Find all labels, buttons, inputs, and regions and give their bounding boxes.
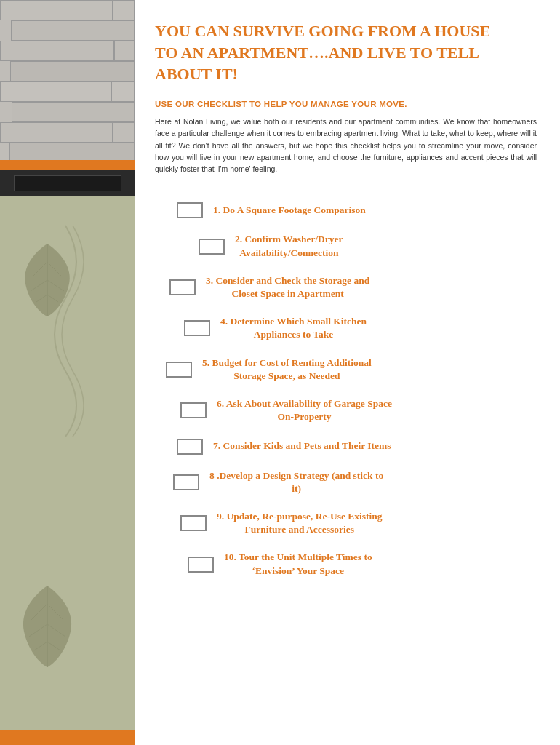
sidebar-brick	[0, 0, 135, 160]
checklist-item-10: 10. Tour the Unit Multiple Times to‘Envi…	[155, 543, 537, 584]
checklist-label-5: 5. Budget for Cost of Renting Additional…	[202, 356, 372, 383]
checklist-label-4: 4. Determine Which Small KitchenApplianc…	[220, 315, 367, 341]
checklist-item-4: 4. Determine Which Small KitchenApplianc…	[155, 308, 537, 348]
main-content: You Can Survive Going From a House to an…	[135, 0, 560, 745]
leaf-bottom	[11, 582, 84, 672]
checklist-item-1: 1. Do A Square Footage Comparison	[155, 195, 537, 226]
checkbox-8[interactable]	[173, 474, 199, 490]
page-title: You Can Survive Going From a House to an…	[155, 20, 537, 85]
checkbox-5[interactable]	[166, 362, 192, 378]
checklist-label-2: 2. Confirm Washer/DryerAvailability/Conn…	[235, 233, 343, 259]
checklist-item-8: 8 .Develop a Design Strategy (and stick …	[155, 462, 537, 503]
sidebar	[0, 0, 135, 745]
sidebar-dark-bar	[0, 170, 135, 196]
checklist-item-5: 5. Budget for Cost of Renting Additional…	[155, 349, 537, 390]
leaf-top	[15, 240, 80, 323]
checklist-label-6: 6. Ask About Availability of Garage Spac…	[217, 397, 392, 423]
sidebar-bottom-orange	[0, 730, 135, 745]
sidebar-green	[0, 196, 135, 730]
checkbox-7[interactable]	[177, 439, 203, 455]
checkbox-1[interactable]	[177, 202, 203, 218]
checklist-label-8: 8 .Develop a Design Strategy (and stick …	[209, 469, 383, 495]
checklist-item-7: 7. Consider Kids and Pets and Their Item…	[155, 431, 537, 462]
checklist-label-3: 3. Consider and Check the Storage andClo…	[206, 274, 369, 300]
intro-paragraph: Here at Nolan Living, we value both our …	[155, 116, 537, 175]
checklist-item-6: 6. Ask About Availability of Garage Spac…	[155, 390, 537, 431]
checkbox-4[interactable]	[184, 320, 210, 336]
section-subtitle: Use Our Checklist to Help You Manage You…	[155, 100, 537, 108]
checkbox-6[interactable]	[180, 402, 207, 418]
checkbox-3[interactable]	[169, 279, 196, 295]
checkbox-9[interactable]	[180, 515, 207, 531]
checklist-label-10: 10. Tour the Unit Multiple Times to‘Envi…	[224, 551, 372, 577]
checklist-label-7: 7. Consider Kids and Pets and Their Item…	[213, 439, 391, 453]
checkbox-10[interactable]	[188, 557, 214, 573]
checklist-label-9: 9. Update, Re-purpose, Re-Use ExistingFu…	[217, 510, 383, 536]
checklist-label-1: 1. Do A Square Footage Comparison	[213, 204, 366, 217]
checklist-item-2: 2. Confirm Washer/DryerAvailability/Conn…	[155, 226, 537, 266]
checkbox-2[interactable]	[199, 239, 225, 255]
sidebar-orange-bar-top	[0, 160, 135, 170]
checklist: 1. Do A Square Footage Comparison 2. Con…	[155, 195, 537, 585]
checklist-item-9: 9. Update, Re-purpose, Re-Use ExistingFu…	[155, 503, 537, 543]
checklist-item-3: 3. Consider and Check the Storage andClo…	[155, 267, 537, 308]
